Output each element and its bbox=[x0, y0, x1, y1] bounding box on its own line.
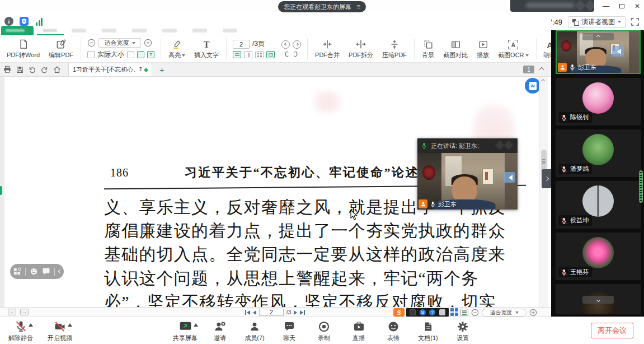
menu-tab-ghost[interactable] bbox=[223, 29, 237, 32]
pdf-to-word-fab[interactable]: W bbox=[525, 78, 540, 94]
sogou-input-icon[interactable]: S bbox=[393, 308, 405, 317]
leave-meeting-button[interactable]: 离开会议 bbox=[591, 323, 633, 338]
pdf-split-button[interactable]: PDF拆分 bbox=[344, 38, 378, 59]
participant-tile-video[interactable]: 彭卫东 bbox=[556, 30, 641, 74]
share-screen-button[interactable]: 共享屏幕 bbox=[168, 317, 203, 342]
actual-size-icon[interactable] bbox=[87, 51, 95, 58]
scrollbar-thumb[interactable] bbox=[541, 150, 547, 172]
tray-keyboard-icon[interactable] bbox=[439, 309, 445, 315]
zoom-out-icon[interactable] bbox=[87, 39, 96, 47]
fit-width-select[interactable]: 适合宽度 bbox=[98, 38, 141, 48]
members-button[interactable]: 成员(7) bbox=[237, 317, 272, 342]
layout-single-icon[interactable] bbox=[233, 51, 241, 58]
next-page-button[interactable] bbox=[294, 310, 297, 315]
zoom-in-icon[interactable] bbox=[529, 309, 537, 317]
rotate-left-icon[interactable]: C bbox=[285, 51, 289, 58]
menu-tab-ghost[interactable] bbox=[102, 29, 116, 32]
record-button[interactable]: 录制 bbox=[307, 317, 341, 342]
back-button[interactable]: ← bbox=[8, 309, 16, 315]
fit-width-select[interactable]: 适合宽度 bbox=[482, 309, 527, 317]
insert-text-button[interactable]: T 插入文字 bbox=[190, 38, 223, 59]
next-page-icon[interactable] bbox=[293, 40, 301, 49]
participant-tile[interactable]: 潘梦鸪 bbox=[556, 129, 641, 177]
participant-tile[interactable]: 陈锐钊 bbox=[556, 78, 641, 125]
expand-tiles-chip[interactable] bbox=[582, 296, 614, 304]
video-options-arrow[interactable] bbox=[68, 323, 72, 327]
active-speaker-overlay[interactable]: 正在讲话: 彭卫东; bbox=[417, 138, 518, 210]
new-tab-button[interactable]: + bbox=[157, 65, 167, 75]
maximize-button[interactable] bbox=[617, 2, 626, 11]
document-scrollbar[interactable] bbox=[539, 77, 548, 307]
sidebar-scrollbar-thumb[interactable] bbox=[639, 170, 643, 203]
first-page-button[interactable] bbox=[245, 310, 250, 315]
share-options-arrow[interactable] bbox=[194, 323, 198, 327]
page-input[interactable]: 2 bbox=[259, 309, 284, 316]
mic-options-arrow[interactable] bbox=[29, 323, 33, 327]
pdf-merge-button[interactable]: PDF合并 bbox=[311, 38, 344, 59]
compress-pdf-button[interactable]: 压缩PDF bbox=[378, 38, 411, 59]
fit-text-toggle[interactable]: T bbox=[147, 51, 154, 58]
info-icon[interactable]: i bbox=[4, 17, 13, 26]
banner-menu-icon[interactable]: ≡ bbox=[356, 3, 360, 10]
bookmark-indicator[interactable] bbox=[0, 186, 2, 195]
start-video-button[interactable]: 开启视频 bbox=[43, 317, 77, 342]
chat-button[interactable]: 聊天 bbox=[272, 317, 307, 342]
screenshot-compare-button[interactable]: 截图对比 bbox=[439, 38, 472, 59]
save-icon[interactable] bbox=[16, 66, 23, 73]
highlight-button[interactable]: 高亮 bbox=[164, 38, 190, 59]
app-brand-tab[interactable] bbox=[1, 26, 34, 35]
qq-floating-icon[interactable] bbox=[504, 172, 515, 183]
prev-page-button[interactable] bbox=[253, 310, 256, 315]
participant-tile[interactable]: 王艳芬 bbox=[556, 233, 641, 280]
layout-scroll-icon[interactable] bbox=[266, 51, 275, 58]
layout-two-page-icon[interactable] bbox=[244, 51, 252, 58]
page-number-input[interactable]: 2 bbox=[233, 40, 250, 49]
view-mode-selector[interactable]: 演讲者视图 bbox=[568, 16, 626, 28]
scroll-up-icon[interactable] bbox=[541, 79, 545, 83]
smiley-icon[interactable] bbox=[30, 267, 38, 276]
pdf-to-word-button[interactable]: PDF转Word bbox=[2, 38, 44, 59]
participant-tile-partial[interactable] bbox=[556, 284, 641, 314]
fullscreen-icon[interactable] bbox=[631, 18, 639, 26]
undo-icon[interactable] bbox=[29, 66, 36, 73]
menu-tab-ghost[interactable] bbox=[72, 29, 86, 32]
menu-tab-ghost[interactable] bbox=[162, 29, 177, 32]
minimize-button[interactable]: — bbox=[601, 2, 610, 11]
redo-icon[interactable] bbox=[41, 66, 48, 73]
document-canvas[interactable]: 186 习近平关于“不忘初心、牢记使命”论述摘编 义、享乐主义，反对奢靡之风，就… bbox=[0, 77, 551, 307]
collapse-toolbar-icon[interactable] bbox=[539, 67, 544, 72]
participant-tile[interactable]: 侯益坤 bbox=[556, 181, 641, 229]
play-button[interactable]: 播放 bbox=[472, 38, 493, 59]
background-button[interactable]: 背景 bbox=[417, 38, 439, 59]
menu-tab-ghost[interactable] bbox=[132, 29, 147, 32]
layout-grid-icon[interactable] bbox=[255, 51, 264, 58]
screenshot-ocr-button[interactable]: A 截图OCR bbox=[493, 38, 533, 59]
forward-button[interactable]: → bbox=[20, 309, 29, 315]
fit-page-toggle[interactable] bbox=[127, 51, 134, 58]
print-icon[interactable] bbox=[3, 66, 11, 73]
tray-apps-icon[interactable] bbox=[450, 308, 459, 317]
tray-s-icon[interactable]: S bbox=[420, 309, 426, 315]
fit-width-toggle[interactable] bbox=[137, 51, 144, 58]
shapes-icon[interactable] bbox=[13, 267, 21, 276]
tray-list-icon[interactable] bbox=[460, 309, 468, 316]
invite-button[interactable]: 邀请 bbox=[203, 317, 237, 342]
home-icon[interactable] bbox=[53, 66, 61, 73]
edit-pdf-button[interactable]: 编辑PDF bbox=[44, 38, 78, 59]
tray-grid-icon[interactable] bbox=[410, 309, 416, 315]
rotate-right-icon[interactable]: C bbox=[294, 51, 298, 58]
menu-tab-active[interactable] bbox=[37, 26, 64, 35]
zoom-out-icon[interactable] bbox=[471, 309, 479, 317]
zoom-in-icon[interactable] bbox=[144, 39, 152, 47]
last-page-button[interactable] bbox=[300, 310, 305, 315]
docs-button[interactable]: 文档(1) bbox=[411, 317, 445, 342]
shield-protect-icon[interactable] bbox=[20, 17, 29, 26]
settings-button[interactable]: 设置 bbox=[445, 317, 480, 342]
unmute-button[interactable]: 解除静音 bbox=[3, 317, 38, 342]
menu-tab-ghost[interactable] bbox=[192, 29, 207, 32]
comment-icon[interactable] bbox=[42, 267, 50, 276]
notification-badge[interactable]: 1 bbox=[523, 66, 534, 73]
side-panel-toggle[interactable] bbox=[542, 169, 551, 188]
collapse-tile-chip[interactable] bbox=[582, 33, 614, 40]
collapse-pill-icon[interactable] bbox=[58, 269, 62, 273]
